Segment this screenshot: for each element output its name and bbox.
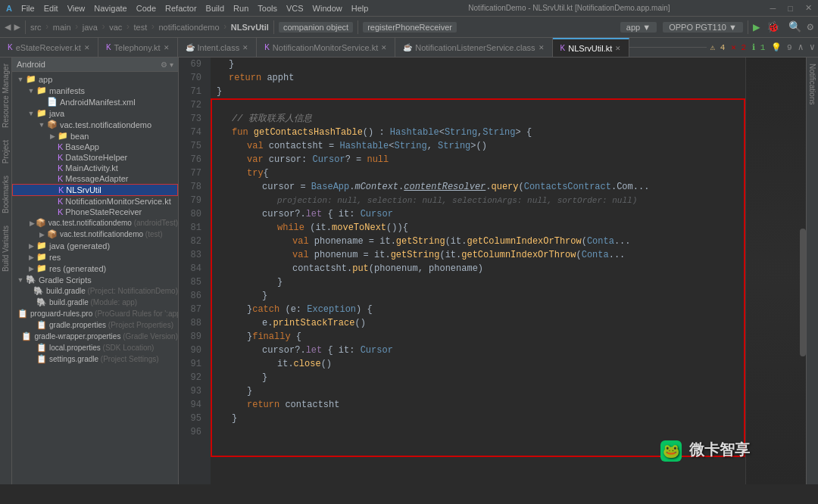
tab-close[interactable]: ✕ <box>84 44 90 51</box>
code-line-78: cursor = BaseApp.mContext.contentResolve… <box>217 180 739 194</box>
tree-buildgradle-mod[interactable]: ▶ 🐘 build.gradle (Module: app) <box>12 297 178 308</box>
folder-icon: 📁 <box>58 131 68 141</box>
tree-arrow: ▶ <box>26 254 36 261</box>
line-num-92: 92 <box>179 371 206 384</box>
back-button[interactable]: ◀ <box>5 20 11 33</box>
bookmarks-tab[interactable]: Bookmarks <box>0 170 11 219</box>
menu-run[interactable]: Run <box>233 4 248 13</box>
run-button[interactable]: ▶ <box>753 20 760 35</box>
path-test[interactable]: test <box>134 23 148 32</box>
build-variants-tab[interactable]: Build Variants <box>0 219 11 278</box>
tab-close[interactable]: ✕ <box>539 44 545 51</box>
menu-refactor[interactable]: Refactor <box>165 4 197 13</box>
notifications-tab[interactable]: Notifications <box>807 58 818 110</box>
tab-close[interactable]: ✕ <box>381 44 387 51</box>
tree-messageadapter[interactable]: ▶ K MessageAdapter <box>12 173 178 184</box>
code-line-71: } <box>217 85 739 98</box>
tree-gradle-scripts[interactable]: ▼ 🐘 Gradle Scripts <box>12 274 178 285</box>
kotlin-icon: K <box>58 163 63 173</box>
settings-button[interactable]: ⚙ <box>807 20 813 33</box>
tree-androidtest[interactable]: ▶ 📦 vac.test.notificationdemo (androidTe… <box>12 217 178 229</box>
code-text: cursor <box>262 182 295 192</box>
project-tab[interactable]: Project <box>0 134 11 170</box>
code-text: var <box>247 154 269 165</box>
maximize-button[interactable]: □ <box>788 4 793 13</box>
tab-close[interactable]: ✕ <box>615 45 621 52</box>
tab-notifmonitor[interactable]: K NotificationMonitorService.kt ✕ <box>257 38 395 57</box>
path-src[interactable]: src <box>30 23 42 32</box>
minimap[interactable] <box>745 58 806 484</box>
code-text: val <box>247 141 269 151</box>
tree-package[interactable]: ▼ 📦 vac.test.notificationdemo <box>12 119 178 130</box>
menu-tools[interactable]: Tools <box>258 4 277 13</box>
code-text: } <box>217 85 222 98</box>
path-main[interactable]: main <box>53 23 71 32</box>
tree-proguard[interactable]: ▶ 📋 proguard-rules.pro (ProGuard Rules f… <box>12 308 178 319</box>
main-layout: Resource Manager Project Bookmarks Build… <box>0 58 818 484</box>
tree-test[interactable]: ▶ 📦 vac.test.notificationdemo (test) <box>12 229 178 240</box>
code-line-79: projection: null, selection: null, selec… <box>217 194 739 207</box>
menu-help[interactable]: Help <box>351 4 369 13</box>
editor-area[interactable]: 69 70 71 72 73 74 75 76 77 78 79 80 81 8… <box>179 58 818 484</box>
minimize-button[interactable]: ─ <box>770 4 776 13</box>
tab-telephony[interactable]: K Telephony.kt ✕ <box>98 38 178 57</box>
path-file[interactable]: NLSrvUtil <box>231 23 269 32</box>
tab-close[interactable]: ✕ <box>164 44 170 51</box>
tab-notiflistener[interactable]: ☕ NotificationListenerService.class ✕ <box>395 38 552 57</box>
nav-next[interactable]: ∨ <box>807 42 818 53</box>
scrollbar-thumb[interactable] <box>800 229 806 356</box>
tree-item-label: gradle.properties (Project Properties) <box>49 321 173 329</box>
tree-baseapp[interactable]: ▶ K BaseApp <box>12 142 178 152</box>
tab-nlsrvutil[interactable]: K NLSrvUtil.kt ✕ <box>553 38 630 57</box>
tree-java[interactable]: ▼ 📁 java <box>12 107 178 119</box>
code-text: // 获取联系人信息 <box>232 112 312 126</box>
debug-button[interactable]: 🐞 <box>766 20 779 33</box>
tree-notifmonitor[interactable]: ▶ K NotificationMonitorService.kt <box>12 196 178 207</box>
tree-app[interactable]: ▼ 📁 app <box>12 73 178 85</box>
tab-intent[interactable]: ☕ Intent.class ✕ <box>178 38 258 57</box>
search-button[interactable]: 🔍 <box>788 20 801 33</box>
menu-edit[interactable]: Edit <box>44 4 58 13</box>
tree-androidmanifest[interactable]: ▶ 📄 AndroidManifest.xml <box>12 96 178 107</box>
device-selector[interactable]: OPPO PGT110 ▼ <box>663 22 743 33</box>
code-line-86: } <box>217 289 739 303</box>
tree-gradle-wrapper[interactable]: ▶ 📋 gradle-wrapper.properties (Gradle Ve… <box>12 331 178 342</box>
tree-local-props[interactable]: ▶ 📋 local.properties (SDK Location) <box>12 342 178 353</box>
code-line-70: return appht <box>217 71 739 85</box>
tree-javagenerated[interactable]: ▶ 📁 java (generated) <box>12 240 178 251</box>
tree-mainactivity[interactable]: ▶ K MainActivity.kt <box>12 163 178 173</box>
tab-icon: K <box>560 44 566 52</box>
tree-gradle-props[interactable]: ▶ 📋 gradle.properties (Project Propertie… <box>12 319 178 331</box>
tree-resgenerated[interactable]: ▶ 📁 res (generated) <box>12 263 178 274</box>
menu-code[interactable]: Code <box>136 4 156 13</box>
run-config[interactable]: app ▼ <box>620 22 657 33</box>
menu-navigate[interactable]: Navigate <box>94 4 126 13</box>
path-java[interactable]: java <box>83 23 98 32</box>
tree-datastorehelper[interactable]: ▶ K DataStoreHelper <box>12 152 178 163</box>
close-button[interactable]: ✕ <box>805 3 812 13</box>
menu-vcs[interactable]: VCS <box>286 4 304 13</box>
resource-manager-tab[interactable]: Resource Manager <box>0 58 11 134</box>
tree-nlsrvutil[interactable]: ▶ K NLSrvUtil <box>12 184 178 196</box>
code-content[interactable]: } return appht } // 获取联系人信息 fun getConta… <box>211 58 745 484</box>
nav-prev[interactable]: ∧ <box>795 42 807 53</box>
tree-settings-gradle[interactable]: ▶ 📋 settings.gradle (Project Settings) <box>12 353 178 365</box>
tree-bean[interactable]: ▶ 📁 bean <box>12 130 178 142</box>
register-btn[interactable]: registerPhoneReceiver <box>363 22 457 33</box>
path-notificationdemo[interactable]: notificationdemo <box>158 23 219 32</box>
tree-phonereceiver[interactable]: ▶ K PhoneStateReceiver <box>12 207 178 217</box>
tree-manifests[interactable]: ▼ 📁 manifests <box>12 85 178 96</box>
menu-window[interactable]: Window <box>313 4 342 13</box>
tab-close[interactable]: ✕ <box>242 44 248 51</box>
line-num-80: 80 <box>179 207 206 221</box>
menu-view[interactable]: View <box>67 4 86 13</box>
menu-file[interactable]: File <box>21 4 35 13</box>
menu-build[interactable]: Build <box>206 4 224 13</box>
path-vac[interactable]: vac <box>109 23 122 32</box>
tab-estatereceiver[interactable]: K eStateReceiver.kt ✕ <box>0 38 98 57</box>
code-text: return <box>229 73 267 83</box>
tree-res[interactable]: ▶ 📁 res <box>12 251 178 263</box>
companion-btn[interactable]: companion object <box>279 22 353 33</box>
tree-buildgradle-proj[interactable]: ▶ 🐘 build.gradle (Project: NotificationD… <box>12 285 178 297</box>
forward-button[interactable]: ▶ <box>14 20 20 33</box>
